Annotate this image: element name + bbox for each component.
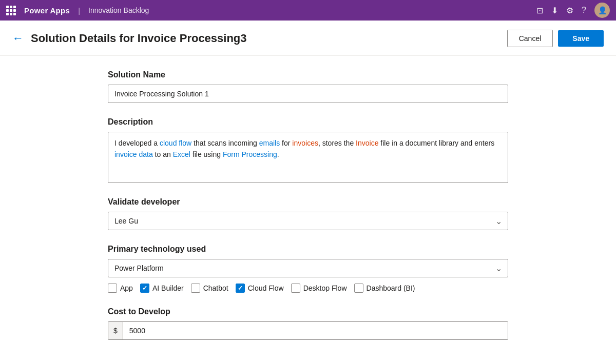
- nav-separator: |: [78, 6, 80, 15]
- checkbox-chatbot[interactable]: Chatbot: [191, 284, 228, 293]
- checkbox-desktop-flow-box[interactable]: [291, 284, 300, 293]
- checkbox-chatbot-label: Chatbot: [203, 284, 228, 292]
- primary-tech-select-wrapper: Power Platform ⌄: [108, 259, 508, 277]
- app-name: Power Apps: [24, 6, 70, 15]
- description-group: Description I developed a cloud flow tha…: [108, 117, 508, 183]
- checkbox-cloud-flow[interactable]: Cloud Flow: [236, 284, 284, 293]
- validate-developer-group: Validate developer Lee Gu ⌄: [108, 197, 508, 230]
- checkbox-ai-builder-label: AI Builder: [152, 284, 184, 292]
- nav-left: Power Apps | Innovation Backlog: [6, 6, 149, 15]
- checkbox-app-label: App: [120, 284, 133, 292]
- user-avatar[interactable]: 👤: [594, 3, 610, 18]
- primary-tech-group: Primary technology used Power Platform ⌄…: [108, 245, 508, 293]
- checkbox-cloud-flow-label: Cloud Flow: [248, 284, 284, 292]
- header-actions: Cancel Save: [507, 30, 604, 47]
- top-navigation: Power Apps | Innovation Backlog ⊡ ⬇ ⚙ ? …: [0, 0, 616, 21]
- solution-name-group: Solution Name: [108, 70, 508, 103]
- page-header: ← Solution Details for Invoice Processin…: [0, 21, 616, 56]
- checkbox-desktop-flow[interactable]: Desktop Flow: [291, 284, 347, 293]
- main-content: ← Solution Details for Invoice Processin…: [0, 21, 616, 364]
- download-icon[interactable]: ⬇: [551, 6, 558, 15]
- header-left: ← Solution Details for Invoice Processin…: [12, 32, 247, 45]
- nav-breadcrumb[interactable]: Innovation Backlog: [88, 6, 149, 14]
- cost-label: Cost to Develop: [108, 307, 508, 316]
- help-icon[interactable]: ?: [582, 6, 586, 15]
- primary-tech-label: Primary technology used: [108, 245, 508, 254]
- checkbox-dashboard-bi-box[interactable]: [354, 284, 363, 293]
- form-body: Solution Name Description I developed a …: [108, 56, 508, 364]
- checkbox-app-box[interactable]: [108, 284, 117, 293]
- checkbox-chatbot-box[interactable]: [191, 284, 200, 293]
- cancel-button[interactable]: Cancel: [507, 30, 553, 47]
- cost-to-develop-group: Cost to Develop $: [108, 307, 508, 340]
- back-button[interactable]: ←: [12, 33, 24, 44]
- settings-icon[interactable]: ⚙: [566, 6, 573, 15]
- cost-input[interactable]: [123, 322, 508, 339]
- nav-right: ⊡ ⬇ ⚙ ? 👤: [536, 3, 610, 18]
- checkbox-dashboard-bi-label: Dashboard (BI): [367, 284, 415, 292]
- developer-select-wrapper: Lee Gu ⌄: [108, 212, 508, 230]
- waffle-icon[interactable]: [6, 6, 16, 15]
- checkbox-app[interactable]: App: [108, 284, 133, 293]
- checkbox-ai-builder[interactable]: AI Builder: [140, 284, 184, 293]
- cost-prefix: $: [108, 322, 123, 339]
- checkbox-desktop-flow-label: Desktop Flow: [303, 284, 347, 292]
- save-button[interactable]: Save: [558, 30, 604, 47]
- description-label: Description: [108, 117, 508, 127]
- validate-developer-label: Validate developer: [108, 197, 508, 207]
- share-icon[interactable]: ⊡: [536, 6, 543, 15]
- page-title: Solution Details for Invoice Processing3: [31, 32, 247, 45]
- description-input[interactable]: I developed a cloud flow that scans inco…: [108, 132, 508, 183]
- cost-input-wrapper: $: [108, 321, 508, 340]
- solution-name-label: Solution Name: [108, 70, 508, 79]
- solution-name-input[interactable]: [108, 85, 508, 103]
- developer-select[interactable]: Lee Gu: [108, 212, 508, 230]
- tech-checkboxes: App AI Builder Chatbot Cloud Flow: [108, 284, 508, 293]
- checkbox-cloud-flow-box[interactable]: [236, 284, 245, 293]
- checkbox-ai-builder-box[interactable]: [140, 284, 149, 293]
- primary-tech-select[interactable]: Power Platform: [108, 259, 508, 277]
- checkbox-dashboard-bi[interactable]: Dashboard (BI): [354, 284, 415, 293]
